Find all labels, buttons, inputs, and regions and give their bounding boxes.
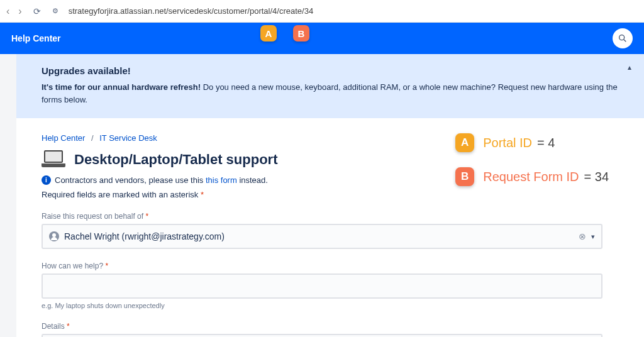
behalf-label: Raise this request on behalf of * [42,212,619,221]
back-button[interactable]: ‹ [6,6,9,17]
behalf-select[interactable]: Rachel Wright (rwright@jirastrategy.com)… [42,224,602,249]
refresh-button[interactable]: ⟳ [33,6,41,16]
search-button[interactable] [613,28,633,48]
overlay-value-a: = 4 [537,136,555,150]
help-label: How can we help? * [42,262,619,270]
chevron-down-icon[interactable]: ▾ [591,233,595,241]
page-title: Desktop/Laptop/Tablet support [74,152,277,168]
clear-icon[interactable]: ⊗ [579,231,586,241]
details-editor[interactable]: Normal text ▾ B I ⋯ A ▾ ☰ ≡ 🔗 @ ☺ ⊞ <> ⓘ… [42,334,602,337]
details-label: Details * [42,322,619,331]
banner-collapse-icon[interactable]: ▴ [628,63,631,72]
banner-title: Upgrades available! [42,65,619,76]
portal-header: Help Center [0,23,644,54]
person-icon [49,231,59,241]
svg-point-0 [619,35,625,40]
announcement-banner: Upgrades available! It's time for our an… [16,54,644,118]
alt-form-link[interactable]: this form [206,175,237,185]
svg-line-1 [624,40,626,41]
overlay-value-b: = 34 [584,170,609,184]
annotation-badge-a: A [260,25,277,41]
behalf-value: Rachel Wright (rwright@jirastrategy.com) [64,231,574,241]
browser-toolbar: ‹ › ⟳ ⚙ strategyforjira.atlassian.net/se… [0,0,644,23]
help-center-link[interactable]: Help Center [11,33,61,43]
overlay-label-b: Request Form ID [483,170,579,184]
banner-body: It's time for our annual hardware refres… [42,81,619,106]
search-icon [618,33,628,43]
help-hint: e.g. My laptop shuts down unexpectedly [42,302,619,309]
overlay-badge-b: B [455,167,474,186]
info-icon: i [42,175,51,185]
laptop-icon [42,150,65,169]
annotation-overlay: A Portal ID = 4 B Request Form ID = 34 [455,133,609,201]
help-input[interactable] [42,273,602,299]
site-info-icon[interactable]: ⚙ [52,7,58,15]
breadcrumb-home[interactable]: Help Center [42,133,85,143]
overlay-label-a: Portal ID [483,136,532,150]
breadcrumb-desk[interactable]: IT Service Desk [99,133,157,143]
overlay-badge-a: A [455,133,474,152]
forward-button[interactable]: › [18,6,21,17]
annotation-badge-b: B [293,25,309,41]
address-bar[interactable]: strategyforjira.atlassian.net/servicedes… [69,6,313,16]
